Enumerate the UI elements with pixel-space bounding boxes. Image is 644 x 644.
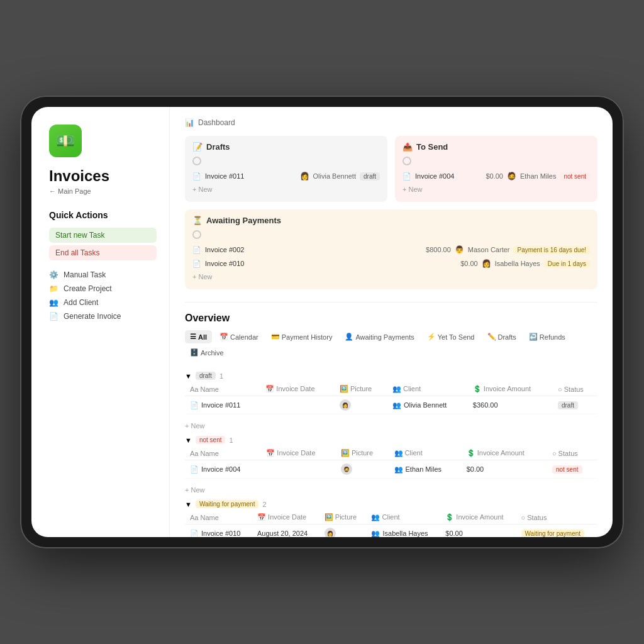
col-pic-2: 🖼️ Picture — [336, 447, 389, 460]
main-content: 📊 Dashboard 📝 Drafts 📄 — [170, 107, 613, 537]
group-waiting-header: ▼ Waiting for payment 2 — [185, 496, 597, 511]
app-icon-emoji: 💵 — [56, 132, 75, 150]
manual-task-label: Manual Task — [64, 270, 106, 279]
col-pic-1: 🖼️ Picture — [335, 382, 387, 396]
to-send-icon: 📤 — [402, 142, 413, 152]
group-not-sent-badge: not sent — [196, 436, 226, 444]
awaiting-add-new[interactable]: + New — [192, 270, 590, 283]
generate-invoice-icon: 📄 — [49, 312, 58, 321]
col-status-1: ○ Status — [553, 382, 597, 396]
row-date — [261, 460, 336, 479]
not-sent-table: Aa Name 📅 Invoice Date 🖼️ Picture 👥 Clie… — [185, 447, 597, 479]
col-amount-3: 💲 Invoice Amount — [440, 511, 516, 525]
add-client-icon: 👥 — [49, 298, 58, 307]
waiting-table: Aa Name 📅 Invoice Date 🖼️ Picture 👥 Clie… — [185, 511, 597, 537]
row-amount: $0.00 — [462, 460, 547, 479]
drafts-add-new[interactable]: + New — [192, 183, 380, 196]
kanban-awaiting: ⏳ Awaiting Payments 📄 Invoice #002 $800.… — [185, 209, 597, 289]
draft-table: Aa Name 📅 Invoice Date 🖼️ Picture 👥 Clie… — [185, 382, 597, 414]
manual-task-item[interactable]: ⚙️ Manual Task — [49, 270, 157, 279]
table-row[interactable]: 📄 Invoice #011 👩 — [185, 396, 597, 414]
row-avatar-3: 👩 — [325, 528, 336, 537]
not-sent-table-add-new[interactable]: + New — [185, 484, 597, 496]
row-client: 👥 Olivia Bennett — [387, 396, 468, 414]
tab-awaiting-payments[interactable]: 👤 Awaiting Payments — [340, 330, 419, 343]
tab-drafts[interactable]: ✏️ Drafts — [482, 330, 521, 343]
tab-all[interactable]: ☰ All — [185, 330, 212, 343]
app-icon: 💵 — [49, 125, 82, 157]
create-project-item[interactable]: 📁 Create Project — [49, 284, 157, 293]
awaiting-icon: ⏳ — [192, 216, 203, 225]
generate-invoice-item[interactable]: 📄 Generate Invoice — [49, 312, 157, 321]
col-date-3: 📅 Invoice Date — [252, 511, 319, 525]
device-frame: 💵 Invoices ← Main Page Quick Actions Sta… — [20, 96, 624, 548]
tab-payment-history[interactable]: 💳 Payment History — [266, 330, 338, 343]
start-task-button[interactable]: Start new Task — [49, 228, 157, 243]
invoice-icon-2: 📄 — [402, 172, 411, 180]
tab-awaiting-icon: 👤 — [345, 333, 353, 341]
col-name-2: Aa Name — [185, 447, 261, 460]
kanban-item-inv004[interactable]: 📄 Invoice #004 $0.00 🧔 Ethan Miles not s… — [402, 169, 590, 183]
row-invoice-icon: 📄 — [190, 401, 199, 409]
tab-all-icon: ☰ — [190, 333, 196, 341]
client-icon: 👥 — [392, 401, 401, 409]
tab-refunds-icon: ↩️ — [529, 333, 538, 341]
group-not-sent-expand[interactable]: ▼ — [185, 436, 192, 444]
drafts-title: 📝 Drafts — [192, 142, 380, 152]
invoice-icon-4: 📄 — [192, 260, 201, 268]
row-client: 👥 Ethan Miles — [389, 460, 462, 479]
row-date — [260, 396, 335, 414]
col-client-2: 👥 Client — [389, 447, 462, 460]
draft-table-add-new[interactable]: + New — [185, 419, 597, 432]
client-inv010: Isabella Hayes — [495, 260, 540, 267]
avatar-inv002: 👨 — [455, 245, 464, 254]
tab-payment-icon: 💳 — [271, 333, 280, 341]
tab-calendar[interactable]: 📅 Calendar — [214, 330, 264, 343]
tab-archive-icon: 🗄️ — [190, 348, 199, 357]
kanban-item-inv011[interactable]: 📄 Invoice #011 👩 Olivia Bennett draft — [192, 169, 380, 183]
amount-inv002: $800.00 — [426, 246, 451, 253]
row-amount: $0.00 — [440, 525, 516, 538]
dashboard-label: Dashboard — [198, 118, 235, 127]
end-tasks-button[interactable]: End all Tasks — [49, 245, 157, 260]
row-name: 📄 Invoice #004 — [185, 460, 261, 479]
row-picture: 👩 — [319, 525, 367, 538]
kanban-item-inv010[interactable]: 📄 Invoice #010 $0.00 👩 Isabella Hayes Du… — [192, 257, 590, 270]
row-picture: 👩 — [335, 396, 387, 414]
col-status-3: ○ Status — [516, 511, 597, 525]
group-draft-badge: draft — [196, 372, 216, 380]
row-name: 📄 Invoice #010 — [185, 525, 252, 538]
amount-inv004: $0.00 — [486, 172, 503, 180]
warning-inv002: Payment is 16 days due! — [513, 246, 590, 254]
kanban-item-inv002[interactable]: 📄 Invoice #002 $800.00 👨 Mason Carter Pa… — [192, 243, 590, 257]
overview-section: Overview ☰ All 📅 Calendar 💳 — [185, 302, 597, 537]
awaiting-title: ⏳ Awaiting Payments — [192, 216, 590, 225]
drafts-icon: 📝 — [192, 142, 203, 152]
to-send-add-new[interactable]: + New — [402, 183, 590, 196]
tab-yet-to-send[interactable]: ⚡ Yet To Send — [422, 330, 480, 343]
back-link[interactable]: ← Main Page — [49, 187, 157, 195]
tab-archive[interactable]: 🗄️ Archive — [185, 346, 229, 359]
col-amount-2: 💲 Invoice Amount — [462, 447, 547, 460]
row-picture: 🧔 — [336, 460, 389, 479]
table-row[interactable]: 📄 Invoice #010 August 20, 2024 👩 — [185, 525, 597, 538]
row-invoice-icon-3: 📄 — [190, 530, 199, 538]
sidebar-menu: ⚙️ Manual Task 📁 Create Project 👥 Add Cl… — [49, 270, 157, 321]
kanban-drafts: 📝 Drafts 📄 Invoice #011 👩 Olivia Be — [185, 136, 387, 202]
avatar-inv010: 👩 — [482, 259, 491, 268]
group-draft-expand[interactable]: ▼ — [185, 372, 192, 380]
client-inv002: Mason Carter — [468, 246, 510, 253]
status-inv011: draft — [360, 172, 380, 180]
add-client-item[interactable]: 👥 Add Client — [49, 298, 157, 307]
overview-title: Overview — [185, 313, 597, 324]
sidebar: 💵 Invoices ← Main Page Quick Actions Sta… — [31, 107, 170, 537]
tab-refunds[interactable]: ↩️ Refunds — [524, 330, 570, 343]
invoice-icon: 📄 — [192, 172, 201, 180]
drafts-circle — [192, 157, 201, 165]
table-row[interactable]: 📄 Invoice #004 🧔 — [185, 460, 597, 479]
group-waiting-expand[interactable]: ▼ — [185, 501, 192, 508]
row-avatar: 👩 — [340, 399, 351, 411]
client-icon-2: 👥 — [394, 465, 403, 474]
create-project-icon: 📁 — [49, 284, 58, 293]
kanban-to-send: 📤 To Send 📄 Invoice #004 $0.00 🧔 — [395, 136, 597, 202]
